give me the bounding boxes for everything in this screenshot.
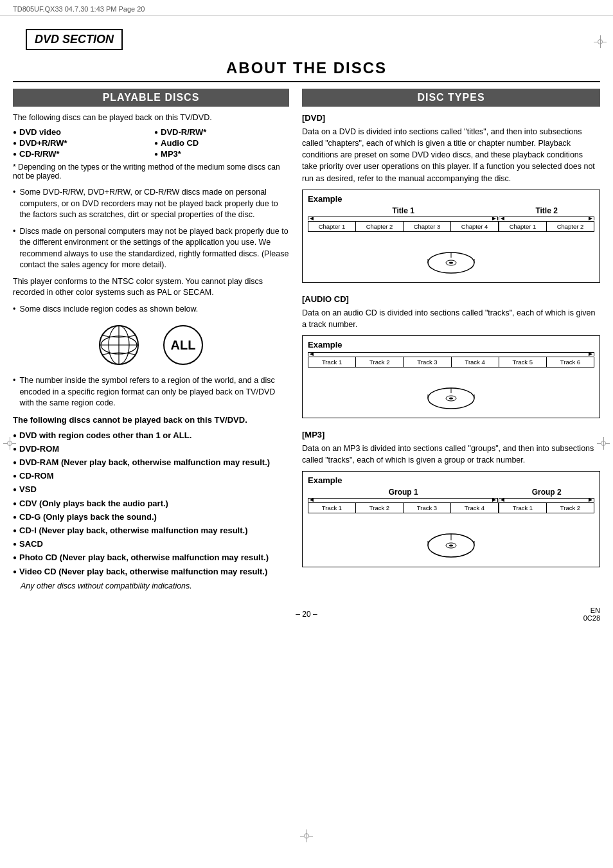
dvd-chapter-2: Chapter 2 xyxy=(356,222,404,231)
disc-footnote: * Depending on the types or the writing … xyxy=(13,163,289,181)
cannot-list: DVD with region codes other than 1 or AL… xyxy=(13,430,289,578)
mp3-disc-img xyxy=(308,518,594,560)
disc-item-dvd-r-rw: DVD-R/RW* xyxy=(154,127,289,137)
dvd-example-label: Example xyxy=(308,194,594,204)
mp3-track-row: Track 1 Track 2 Track 3 Track 4 Track 1 … xyxy=(308,502,594,513)
mp3-group1-label: Group 1 xyxy=(308,488,499,497)
mp3-group-title-row: Group 1 Group 2 xyxy=(308,488,594,497)
track-2: Track 2 xyxy=(356,357,404,367)
cannot-item-9: Photo CD (Never play back, otherwise mal… xyxy=(13,552,289,563)
dvd-title1: Title 1 xyxy=(308,206,499,215)
track-3: Track 3 xyxy=(404,357,451,367)
mp3-track-g2-1: Track 1 xyxy=(499,503,547,513)
mp3-track-g1-2: Track 2 xyxy=(356,503,404,513)
italic-note: Any other discs without compatibility in… xyxy=(21,581,289,590)
cannot-item-2: DVD-RAM (Never play back, otherwise malf… xyxy=(13,457,289,468)
cannot-item-10: Video CD (Never play back, otherwise mal… xyxy=(13,566,289,578)
track-6: Track 6 xyxy=(547,357,594,367)
disc-list-grid: DVD video DVD-R/RW* DVD+R/RW* Audio CD C… xyxy=(13,127,289,159)
page-number: – 20 – xyxy=(296,610,317,619)
dvd-chapter-row: Chapter 1 Chapter 2 Chapter 3 Chapter 4 … xyxy=(308,221,594,232)
dvd-type-section: [DVD] Data on a DVD is divided into sect… xyxy=(302,113,600,283)
footer-code: EN 0C28 xyxy=(583,607,600,622)
audio-cd-disc-svg xyxy=(425,373,477,411)
dvd-section-box: DVD SECTION xyxy=(26,29,123,50)
cannot-item-3: CD-ROM xyxy=(13,470,289,482)
dvd-title2: Title 2 xyxy=(499,206,594,215)
mp3-example-box: Example Group 1 Group 2 ◄ ► ◄ ► xyxy=(302,471,600,567)
dvd-disc-img xyxy=(308,237,594,276)
cannot-item-6: CD-G (Only plays back the sound.) xyxy=(13,511,289,523)
dvd-chapter-t2-2: Chapter 2 xyxy=(547,222,594,231)
svg-point-21 xyxy=(449,545,453,547)
cannot-item-7: CD-I (Never play back, otherwise malfunc… xyxy=(13,525,289,536)
playable-discs-column: PLAYABLE DISCS The following discs can b… xyxy=(13,89,289,590)
dvd-label: [DVD] xyxy=(302,113,600,123)
file-info: TD805UF.QX33 04.7.30 1:43 PM Page 20 xyxy=(13,5,145,13)
svg-text:ALL: ALL xyxy=(171,338,196,352)
mp3-desc: Data on an MP3 is divided into sections … xyxy=(302,443,600,466)
audio-cd-example-label: Example xyxy=(308,340,594,350)
playable-discs-header: PLAYABLE DISCS xyxy=(13,89,289,107)
audio-cd-section: [AUDIO CD] Data on an audio CD is divide… xyxy=(302,294,600,418)
page-footer: – 20 – EN 0C28 xyxy=(0,603,613,625)
disc-types-header: DISC TYPES xyxy=(302,89,600,107)
cannot-item-0: DVD with region codes other than 1 or AL… xyxy=(13,430,289,441)
mp3-disc-svg xyxy=(425,518,477,560)
disc-item-mp3: MP3* xyxy=(154,149,289,159)
mp3-section: [MP3] Data on an MP3 is divided into sec… xyxy=(302,430,600,567)
all-region-icon: ALL xyxy=(161,323,206,368)
dvd-section-label: DVD SECTION xyxy=(35,33,114,46)
dvd-example-box: Example Title 1 Title 2 ◄ ► ◄ ► xyxy=(302,190,600,283)
audio-cd-disc-img xyxy=(308,373,594,411)
cannot-item-5: CDV (Only plays back the audio part.) xyxy=(13,498,289,509)
dvd-disc-svg xyxy=(425,237,477,276)
region-note: The number inside the symbol refers to a… xyxy=(13,375,289,409)
dvd-chapter-t2-1: Chapter 1 xyxy=(499,222,547,231)
disc-types-column: DISC TYPES [DVD] Data on a DVD is divide… xyxy=(302,89,600,590)
disc-item-dvd-video: DVD video xyxy=(13,127,148,137)
audio-cd-desc: Data on an audio CD is divided into sect… xyxy=(302,307,600,330)
audio-cd-label: [AUDIO CD] xyxy=(302,294,600,304)
page-header: TD805UF.QX33 04.7.30 1:43 PM Page 20 xyxy=(0,0,613,16)
region-bullet: Some discs include region codes as shown… xyxy=(13,304,289,315)
mp3-track-g1-4: Track 4 xyxy=(451,503,499,513)
bullet-para-1: Some DVD-R/RW, DVD+R/RW, or CD-R/RW disc… xyxy=(13,187,289,221)
svg-point-15 xyxy=(449,397,453,399)
track-5: Track 5 xyxy=(499,357,547,367)
mp3-track-g1-3: Track 3 xyxy=(404,503,451,513)
mp3-arrow-row: ◄ ► ◄ ► xyxy=(308,498,594,502)
dvd-title-row: Title 1 Title 2 xyxy=(308,206,594,215)
track-1: Track 1 xyxy=(308,357,356,367)
dvd-chapter-1: Chapter 1 xyxy=(308,222,356,231)
dvd-chapter-4: Chapter 4 xyxy=(451,222,499,231)
page-title: ABOUT THE DISCS xyxy=(13,59,600,82)
track-4: Track 4 xyxy=(452,357,499,367)
playable-intro: The following discs can be played back o… xyxy=(13,113,289,122)
disc-item-dvd-plus-r-rw: DVD+R/RW* xyxy=(13,138,148,148)
mp3-track-g2-2: Track 2 xyxy=(547,503,594,513)
region-icons: ALL xyxy=(13,323,289,368)
cannot-item-1: DVD-ROM xyxy=(13,443,289,455)
cannot-play-header: The following discs cannot be played bac… xyxy=(13,414,289,426)
audio-cd-track-row: Track 1 Track 2 Track 3 Track 4 Track 5 … xyxy=(308,357,594,368)
cannot-item-4: VSD xyxy=(13,484,289,495)
globe-icon xyxy=(96,323,141,368)
dvd-desc: Data on a DVD is divided into sections c… xyxy=(302,126,600,184)
disc-item-audio-cd: Audio CD xyxy=(154,138,289,148)
mp3-group2-label: Group 2 xyxy=(499,488,594,497)
disc-item-cd-r-rw: CD-R/RW* xyxy=(13,149,148,159)
mp3-example-label: Example xyxy=(308,475,594,485)
dvd-arrow-row: ◄ ► ◄ ► xyxy=(308,217,594,220)
dvd-chapter-3: Chapter 3 xyxy=(404,222,451,231)
audio-cd-arrow-row: ◄ ► xyxy=(308,352,594,356)
audio-cd-example-box: Example ◄ ► Track 1 Track 2 Track 3 Trac… xyxy=(302,335,600,418)
ntsc-para: This player conforms to the NTSC color s… xyxy=(13,276,289,299)
mp3-track-g1-1: Track 1 xyxy=(308,503,356,513)
bullet-para-2: Discs made on personal computers may not… xyxy=(13,226,289,271)
mp3-label: [MP3] xyxy=(302,430,600,439)
svg-point-9 xyxy=(449,261,453,263)
cannot-item-8: SACD xyxy=(13,538,289,550)
